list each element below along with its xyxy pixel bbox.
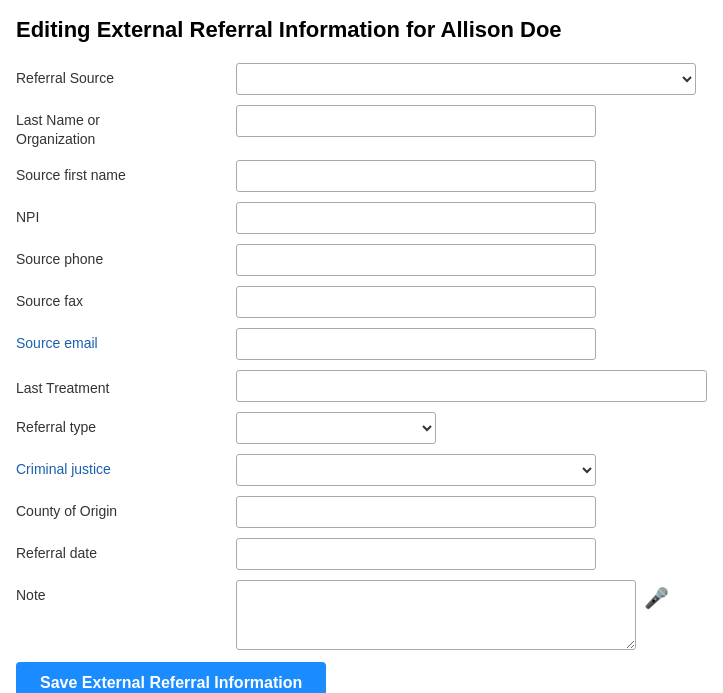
save-button[interactable]: Save External Referral Information — [16, 662, 326, 693]
referral-source-select[interactable] — [236, 63, 696, 95]
npi-input[interactable] — [236, 202, 596, 234]
criminal-justice-select[interactable] — [236, 454, 596, 486]
last-treatment-label: Last Treatment — [16, 373, 236, 399]
npi-row: NPI — [16, 202, 707, 234]
referral-type-label: Referral type — [16, 412, 236, 438]
criminal-justice-label: Criminal justice — [16, 454, 236, 480]
source-email-label: Source email — [16, 328, 236, 354]
note-textarea[interactable] — [236, 580, 636, 650]
source-phone-row: Source phone — [16, 244, 707, 276]
county-of-origin-row: County of Origin — [16, 496, 707, 528]
referral-type-row: Referral type — [16, 412, 707, 444]
last-name-row: Last Name orOrganization — [16, 105, 707, 150]
last-name-label: Last Name orOrganization — [16, 105, 236, 150]
county-of-origin-label: County of Origin — [16, 496, 236, 522]
source-fax-row: Source fax — [16, 286, 707, 318]
source-email-input[interactable] — [236, 328, 596, 360]
note-label: Note — [16, 580, 236, 606]
last-name-input[interactable] — [236, 105, 596, 137]
source-first-name-input[interactable] — [236, 160, 596, 192]
county-of-origin-input[interactable] — [236, 496, 596, 528]
source-email-row: Source email — [16, 328, 707, 360]
source-phone-input[interactable] — [236, 244, 596, 276]
referral-date-input[interactable] — [236, 538, 596, 570]
note-row: Note 🎤 — [16, 580, 707, 650]
mic-icon[interactable]: 🎤 — [644, 586, 669, 610]
npi-label: NPI — [16, 202, 236, 228]
referral-source-row: Referral Source — [16, 63, 707, 95]
source-fax-input[interactable] — [236, 286, 596, 318]
note-wrapper: 🎤 — [236, 580, 707, 650]
source-first-name-label: Source first name — [16, 160, 236, 186]
source-fax-label: Source fax — [16, 286, 236, 312]
criminal-justice-row: Criminal justice — [16, 454, 707, 486]
source-first-name-row: Source first name — [16, 160, 707, 192]
referral-date-label: Referral date — [16, 538, 236, 564]
last-treatment-row: Last Treatment — [16, 370, 707, 402]
page-title: Editing External Referral Information fo… — [16, 16, 707, 45]
referral-type-select[interactable] — [236, 412, 436, 444]
source-phone-label: Source phone — [16, 244, 236, 270]
last-treatment-input[interactable] — [236, 370, 707, 402]
referral-source-label: Referral Source — [16, 63, 236, 89]
referral-date-row: Referral date — [16, 538, 707, 570]
